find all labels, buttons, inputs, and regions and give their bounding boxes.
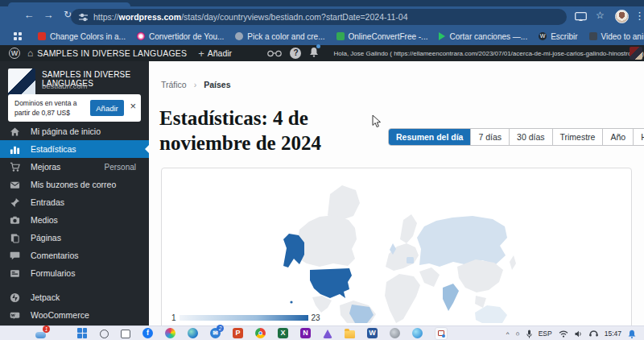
map-united-states[interactable]	[310, 268, 352, 298]
screen-recorder-icon[interactable]	[435, 327, 448, 340]
wifi-icon[interactable]	[559, 330, 568, 338]
plus-icon: +	[198, 48, 204, 60]
admin-avatar[interactable]	[630, 47, 642, 60]
tab-year[interactable]: Año	[602, 129, 633, 145]
sidebar-item-jetpack[interactable]: Jetpack	[0, 288, 149, 306]
map-legend: 1 23	[171, 313, 320, 322]
url-text[interactable]: https://wordpress.com/stats/day/countryv…	[93, 12, 408, 22]
edge-icon[interactable]	[188, 328, 198, 338]
site-icon[interactable]	[8, 68, 35, 96]
start-button-icon[interactable]	[77, 328, 88, 338]
map-southeast-asia	[475, 296, 486, 308]
bookmark-convertidor[interactable]: Convertidor de You...	[137, 32, 224, 41]
domain-offer-add-button[interactable]: Añadir	[90, 100, 124, 116]
plan-badge: Personal	[105, 163, 136, 172]
sidebar-item-upgrades[interactable]: Mejoras Personal	[0, 158, 149, 176]
profile-avatar[interactable]	[615, 10, 629, 23]
globe-app-icon[interactable]	[412, 328, 423, 338]
excel-icon[interactable]: X	[278, 328, 288, 338]
sidebar-item-mailboxes[interactable]: Mis buzones de correo	[0, 176, 149, 193]
address-bar[interactable]: https://wordpress.com/stats/day/countryv…	[71, 9, 567, 25]
sidebar-item-posts[interactable]: Entradas	[0, 193, 149, 211]
notification-bell-icon[interactable]	[628, 330, 636, 338]
mail-icon[interactable]: ✉2	[210, 328, 221, 338]
chevron-right-icon: ›	[194, 80, 197, 89]
tab-all-time[interactable]: Historial	[633, 129, 644, 145]
legend-min: 1	[171, 313, 176, 322]
powerpoint-icon[interactable]: P	[233, 328, 243, 338]
admin-add-button[interactable]: Añadir	[208, 48, 232, 58]
bookmark-star-icon[interactable]: ☆	[596, 10, 605, 21]
admin-site-name[interactable]: SAMPLES IN DIVERSE LANGUAGES	[37, 48, 187, 58]
language-indicator[interactable]: ESP	[539, 330, 552, 338]
sidebar-item-forms[interactable]: Formularios	[0, 264, 149, 282]
headset-icon[interactable]	[589, 330, 598, 337]
bookmark-pick-color[interactable]: Pick a color and cre...	[235, 32, 324, 41]
sidebar-item-home[interactable]: Mi página de inicio	[0, 122, 149, 140]
close-icon[interactable]: ×	[130, 100, 136, 112]
tab-7-days[interactable]: 7 días	[470, 129, 509, 145]
map-alaska[interactable]	[283, 234, 304, 267]
map-poland[interactable]	[407, 257, 414, 263]
bookmark-escribir[interactable]: W Escribir	[539, 32, 577, 41]
chrome-icon[interactable]	[255, 328, 266, 338]
cart-icon	[10, 162, 20, 172]
onedrive-icon[interactable]: ○	[516, 330, 520, 338]
tab-day-summary[interactable]: Resumen del día	[389, 129, 470, 145]
map-india[interactable]	[443, 284, 459, 311]
sidebar-item-woocommerce[interactable]: WooCommerce	[0, 306, 149, 324]
jetpack-icon	[10, 292, 20, 303]
map-hawaii[interactable]	[290, 301, 292, 303]
onenote-icon[interactable]: N	[300, 328, 311, 338]
tab-quarter[interactable]: Trimestre	[552, 129, 603, 145]
bookmark-video-animated[interactable]: Video to animated...	[589, 32, 644, 41]
map-australia[interactable]	[475, 305, 507, 323]
domain-offer-card: Dominios en venta a partir de 0,87 US$ A…	[8, 94, 141, 122]
map-russia[interactable]	[417, 216, 507, 267]
map-europe	[386, 243, 419, 271]
widgets-icon[interactable]: 1	[35, 328, 47, 338]
admin-greeting[interactable]: Hola, Jose Galindo ( https://ellameencon…	[333, 50, 644, 57]
help-icon[interactable]: ?	[290, 48, 301, 59]
wp-admin-bar: W ⌂ SAMPLES IN DIVERSE LANGUAGES + Añadi…	[0, 45, 644, 61]
forward-icon[interactable]: →	[40, 9, 56, 21]
sidebar-site-domain: bestiadn.com	[42, 81, 88, 90]
period-tabs: Resumen del día 7 días 30 días Trimestre…	[388, 128, 644, 146]
sidebar-item-pages[interactable]: Páginas	[0, 229, 149, 247]
designer-icon[interactable]	[165, 328, 175, 338]
tab-30-days[interactable]: 30 días	[509, 129, 551, 145]
volume-icon[interactable]	[575, 330, 583, 338]
sidebar-item-comments[interactable]: Comentarios	[0, 247, 149, 264]
browser-menu-icon[interactable]: ⋮	[634, 10, 644, 22]
photos-icon[interactable]	[323, 330, 332, 338]
task-view-icon[interactable]	[121, 330, 130, 338]
wordpress-logo-icon[interactable]: W	[9, 48, 20, 59]
microphone-icon[interactable]	[526, 330, 532, 338]
mail-icon	[10, 180, 20, 190]
bookmark-favicon	[336, 32, 345, 40]
notifications-bell-icon[interactable]	[309, 46, 319, 60]
bookmark-change-colors[interactable]: Change Colors in a...	[38, 32, 126, 41]
bookmark-favicon	[38, 32, 46, 40]
bookmark-favicon	[589, 32, 597, 40]
bookmark-cortar-canciones[interactable]: Cortar canciones —...	[439, 32, 527, 41]
search-icon[interactable]	[100, 330, 109, 338]
facebook-icon[interactable]: f	[142, 328, 153, 338]
sidebar-item-media[interactable]: Medios	[0, 211, 149, 229]
apps-grid-icon[interactable]	[14, 32, 22, 40]
reader-glasses-icon[interactable]	[267, 50, 282, 57]
taskbar-clock[interactable]: 15:47	[605, 330, 621, 338]
selected-notch	[145, 145, 149, 153]
breadcrumb: Tráfico › Países	[161, 80, 230, 89]
tune-icon[interactable]	[79, 13, 88, 22]
cast-icon[interactable]	[575, 12, 587, 22]
pushpin-icon	[10, 197, 20, 208]
gimp-icon[interactable]	[390, 328, 400, 338]
breadcrumb-traffic[interactable]: Tráfico	[161, 80, 187, 89]
word-icon[interactable]: W	[367, 328, 378, 338]
file-explorer-icon[interactable]	[345, 330, 355, 338]
tray-chevron-icon[interactable]: ^	[506, 330, 510, 338]
back-icon[interactable]: ←	[21, 9, 37, 21]
sidebar-item-stats[interactable]: Estadísticas	[0, 140, 149, 158]
bookmark-onlineconvert[interactable]: OnlineConvertFree -...	[336, 32, 428, 41]
